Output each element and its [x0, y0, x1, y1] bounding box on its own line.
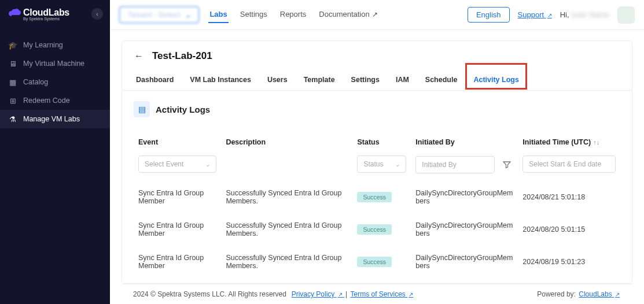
topbar: Tenant · Select ⌄ LabsSettingsReportsDoc… — [110, 0, 644, 30]
initiated-by-placeholder: Initiated By — [422, 161, 456, 169]
external-link-icon: ↗ — [372, 10, 378, 18]
table-header: EventDescriptionStatusInitiated ByInitia… — [134, 129, 620, 153]
column-header-initiated-by[interactable]: Initiated By — [411, 129, 518, 153]
table-body: Sync Entra Id Group MemberSuccessfully S… — [134, 181, 620, 278]
sidebar-item-label: My Learning — [23, 41, 63, 49]
powered-by-label: Powered by: — [537, 290, 576, 298]
column-label: Description — [226, 138, 266, 146]
breadcrumb: ← Test-Lab-201 — [122, 41, 632, 66]
topnav-item-labs[interactable]: Labs — [208, 6, 228, 23]
initiated-by-filter-input[interactable]: Initiated By — [415, 156, 495, 173]
subtab-activity-logs[interactable]: Activity Logs — [471, 71, 521, 90]
subtab-schedule[interactable]: Schedule — [423, 71, 460, 90]
flask-icon: ⚗ — [8, 114, 17, 124]
subtab-template[interactable]: Template — [301, 71, 337, 90]
filter-row: Select Event ⌄ Status ⌄ — [134, 153, 620, 181]
status-filter-placeholder: Status — [363, 160, 383, 168]
cell-status: Success — [352, 213, 411, 246]
sidebar-item-label: Catalog — [23, 78, 48, 86]
column-header-event[interactable]: Event — [134, 129, 221, 153]
chevron-down-icon: ⌄ — [395, 161, 400, 168]
topnav-label: Labs — [209, 10, 227, 18]
cell-initiated-by: DailySyncDirectoryGroupMembers — [411, 246, 518, 278]
sidebar-item-manage-vm-labs[interactable]: ⚗Manage VM Labs — [0, 110, 110, 128]
event-filter-select[interactable]: Select Event ⌄ — [138, 155, 216, 173]
greeting: Hi, User Name — [560, 10, 609, 19]
subtabs: DashboardVM Lab InstancesUsersTemplateSe… — [122, 66, 632, 91]
status-filter-select[interactable]: Status ⌄ — [357, 155, 406, 173]
subtab-users[interactable]: Users — [265, 71, 290, 90]
table-row: Sync Entra Id Group MemberSuccessfully S… — [134, 246, 620, 278]
hi-label: Hi, — [560, 10, 569, 19]
cell-event: Sync Entra Id Group Member — [134, 181, 221, 213]
external-link-icon: ↗ — [615, 291, 620, 298]
subtab-dashboard[interactable]: Dashboard — [134, 71, 176, 90]
filter-icon — [503, 161, 511, 169]
cell-time: 2024/08/20 5:01:15 — [518, 213, 620, 246]
powered-by-link[interactable]: CloudLabs ↗ — [579, 290, 620, 298]
ticket-icon: ⊞ — [8, 96, 17, 105]
cell-status: Success — [352, 181, 411, 213]
page-title: Test-Lab-201 — [152, 50, 212, 62]
support-link[interactable]: Support ↗ — [518, 10, 552, 19]
column-header-initiated-time-utc-[interactable]: Initiated Time (UTC)↑↓ — [518, 129, 620, 153]
chevron-down-icon: ⌄ — [205, 161, 210, 168]
subtab-iam[interactable]: IAM — [393, 71, 411, 90]
terms-link[interactable]: Terms of Services ↗ — [350, 290, 413, 298]
cloud-icon — [8, 8, 21, 20]
column-label: Status — [357, 138, 379, 146]
subtab-settings[interactable]: Settings — [349, 71, 382, 90]
column-label: Initiated By — [415, 138, 454, 146]
brand-logo[interactable]: CloudLabs By Spektra Systems — [8, 8, 89, 21]
tenant-selector[interactable]: Tenant · Select ⌄ — [119, 6, 199, 23]
topnav-item-reports[interactable]: Reports — [279, 6, 308, 23]
main-card: ← Test-Lab-201 DashboardVM Lab Instances… — [122, 40, 632, 284]
sidebar-item-my-learning[interactable]: 🎓My Learning — [0, 36, 110, 54]
column-header-description[interactable]: Description — [221, 129, 352, 153]
sidebar-item-catalog[interactable]: ▦Catalog — [0, 73, 110, 91]
caret-down-icon: ⌄ — [186, 12, 190, 18]
sidebar: CloudLabs By Spektra Systems ‹ 🎓My Learn… — [0, 0, 110, 304]
column-label: Initiated Time (UTC) — [522, 138, 591, 146]
cell-time: 2024/08/21 5:01:18 — [518, 181, 620, 213]
sidebar-item-my-virtual-machine[interactable]: 🖥My Virtual Machine — [0, 54, 110, 73]
activity-logs-table: EventDescriptionStatusInitiated ByInitia… — [134, 129, 620, 278]
brand-name: CloudLabs — [23, 8, 69, 17]
external-link-icon: ↗ — [547, 12, 552, 18]
status-badge: Success — [357, 257, 392, 267]
arrow-left-icon: ← — [134, 51, 143, 61]
date-filter-input[interactable]: Select Start & End date — [522, 155, 616, 173]
sidebar-collapse-button[interactable]: ‹ — [91, 8, 103, 20]
language-button[interactable]: English — [468, 7, 510, 23]
topnav-item-settings[interactable]: Settings — [239, 6, 268, 23]
footer-right: Powered by: CloudLabs ↗ — [537, 290, 621, 298]
cell-initiated-by: DailySyncDirectoryGroupMembers — [411, 181, 518, 213]
topnav-label: Documentation — [319, 10, 369, 18]
cell-status: Success — [352, 246, 411, 278]
user-name: User Name — [571, 10, 609, 19]
cell-description: Successfully Synced Entra Id Group Membe… — [221, 181, 352, 213]
date-filter-placeholder: Select Start & End date — [529, 160, 601, 168]
table-wrap: EventDescriptionStatusInitiated ByInitia… — [122, 123, 632, 283]
external-link-icon: ↗ — [338, 291, 343, 298]
top-nav: LabsSettingsReportsDocumentation↗ — [208, 6, 458, 23]
section-header: ▤ Activity Logs — [122, 91, 632, 123]
privacy-policy-link[interactable]: Privacy Policy ↗ — [292, 290, 344, 298]
back-button[interactable]: ← — [134, 51, 144, 61]
subtab-vm-lab-instances[interactable]: VM Lab Instances — [187, 71, 253, 90]
topnav-item-documentation[interactable]: Documentation↗ — [318, 6, 378, 23]
filter-button[interactable] — [501, 155, 513, 174]
cell-event: Sync Entra Id Group Member — [134, 213, 221, 246]
cell-description: Successfully Synced Entra Id Group Membe… — [221, 246, 352, 278]
avatar[interactable] — [617, 6, 635, 24]
sidebar-item-redeem-code[interactable]: ⊞Redeem Code — [0, 91, 110, 110]
book-icon: ▤ — [134, 101, 150, 117]
topnav-label: Settings — [240, 10, 267, 18]
grid-icon: ▦ — [8, 77, 17, 87]
section-title: Activity Logs — [156, 105, 210, 114]
topbar-right: English Support ↗ Hi, User Name — [468, 6, 635, 24]
event-filter-placeholder: Select Event — [145, 160, 183, 168]
footer: 2024 © Spektra Systems LLC. All Rights r… — [122, 284, 632, 304]
column-header-status[interactable]: Status — [352, 129, 411, 153]
chevron-left-icon: ‹ — [96, 10, 98, 17]
